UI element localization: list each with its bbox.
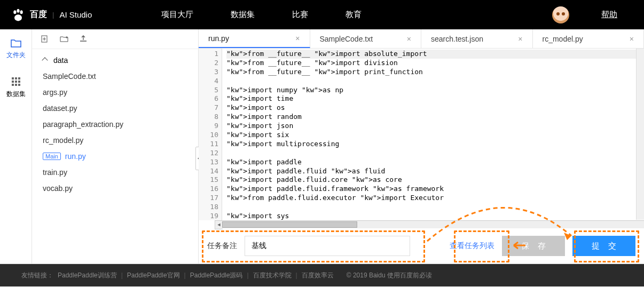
task-bar: 任务备注 查看任务列表 保 存 提 交 [199, 228, 644, 264]
upload-icon[interactable] [79, 35, 88, 43]
nav-education[interactable]: 教育 [345, 10, 362, 20]
svg-point-3 [14, 14, 22, 21]
logo-text-studio: AI Studio [59, 10, 92, 19]
task-note-label: 任务备注 [207, 241, 237, 251]
rail-files[interactable]: 文件夹 [0, 29, 32, 67]
footer-link[interactable]: PaddlePaddle训练营 [58, 271, 117, 280]
svg-point-1 [17, 9, 19, 12]
horizontal-scrollbar[interactable] [222, 220, 644, 228]
scrollbar-thumb[interactable] [222, 221, 357, 228]
new-folder-icon[interactable] [60, 35, 68, 43]
tree-file[interactable]: vocab.py [32, 180, 198, 196]
tree-file[interactable]: rc_model.py [32, 132, 198, 148]
footer: 友情链接： PaddlePaddle训练营| PaddlePaddle官网| P… [0, 264, 644, 286]
logo-text-baidu: 百度 [30, 9, 47, 20]
close-icon[interactable]: × [407, 35, 411, 43]
avatar[interactable] [552, 6, 569, 23]
nav-datasets[interactable]: 数据集 [231, 10, 255, 20]
tab-rcmodel[interactable]: rc_model.py× [533, 29, 645, 48]
file-panel: data SampleCode.txt args.py dataset.py p… [32, 29, 199, 264]
rail-dataset[interactable]: 数据集 [0, 67, 32, 106]
file-tree: data SampleCode.txt args.py dataset.py p… [32, 49, 198, 200]
svg-point-2 [20, 10, 23, 14]
tree-folder-data[interactable]: data [32, 52, 198, 68]
editor-area: run.py× SampleCode.txt× search.test.json… [199, 29, 644, 264]
left-rail: 文件夹 数据集 [0, 29, 32, 264]
footer-link[interactable]: 百度效率云 [302, 271, 334, 280]
nav-help[interactable]: 帮助 [601, 10, 617, 20]
top-nav: 百度 | AI Studio 项目大厅 数据集 比赛 教育 帮助 [0, 0, 644, 29]
footer-prefix: 友情链接： [21, 271, 53, 280]
task-note-input[interactable] [245, 236, 410, 256]
footer-link[interactable]: PaddlePaddle源码 [190, 271, 243, 280]
submit-button[interactable]: 提 交 [572, 236, 635, 256]
tree-file[interactable]: args.py [32, 84, 198, 100]
tree-file[interactable]: SampleCode.txt [32, 68, 198, 84]
editor-tabs: run.py× SampleCode.txt× search.test.json… [199, 29, 644, 49]
close-icon[interactable]: × [295, 34, 300, 43]
grid-icon [11, 77, 21, 86]
tab-search-json[interactable]: search.test.json× [421, 29, 533, 48]
logo[interactable]: 百度 | AI Studio [0, 7, 103, 22]
tree-file-active[interactable]: Mainrun.py [32, 148, 198, 164]
view-tasks-link[interactable]: 查看任务列表 [450, 241, 494, 251]
code-content[interactable]: "kw">from __future__ "kw">import absolut… [222, 49, 644, 220]
nav-projects[interactable]: 项目大厅 [161, 10, 193, 20]
tree-file[interactable]: train.py [32, 164, 198, 180]
baidu-paw-icon [11, 7, 26, 22]
vertical-scrollbar[interactable] [636, 49, 644, 220]
line-gutter: 1234567891011121314151617181920▾21222324 [199, 49, 222, 220]
folder-icon [11, 39, 21, 47]
footer-copyright: © 2019 Baidu 使用百度前必读 [347, 271, 432, 280]
tab-run-py[interactable]: run.py× [199, 29, 310, 48]
footer-link[interactable]: 百度技术学院 [253, 271, 292, 280]
tree-file[interactable]: paragraph_extraction.py [32, 116, 198, 132]
code-editor[interactable]: 1234567891011121314151617181920▾21222324… [199, 49, 644, 220]
tab-samplecode[interactable]: SampleCode.txt× [310, 29, 422, 48]
footer-link[interactable]: PaddlePaddle官网 [127, 271, 180, 280]
svg-point-0 [13, 10, 16, 14]
tree-file[interactable]: dataset.py [32, 100, 198, 116]
nav-competition[interactable]: 比赛 [292, 10, 308, 20]
main-badge: Main [43, 153, 61, 160]
save-button[interactable]: 保 存 [502, 236, 565, 256]
chevron-down-icon [42, 57, 48, 63]
close-icon[interactable]: × [630, 35, 634, 43]
new-file-icon[interactable] [41, 35, 49, 43]
close-icon[interactable]: × [518, 35, 522, 43]
